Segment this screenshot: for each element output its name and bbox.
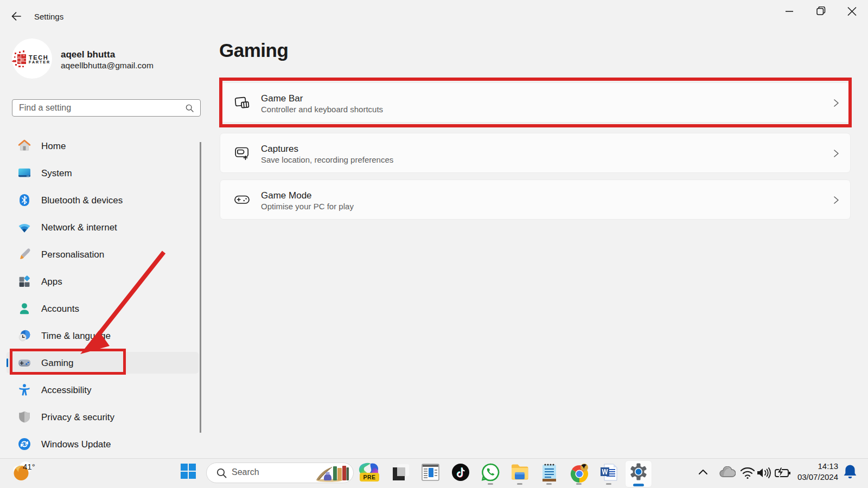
svg-text:FARTER: FARTER — [29, 60, 50, 64]
svg-text:TECH: TECH — [29, 54, 48, 61]
